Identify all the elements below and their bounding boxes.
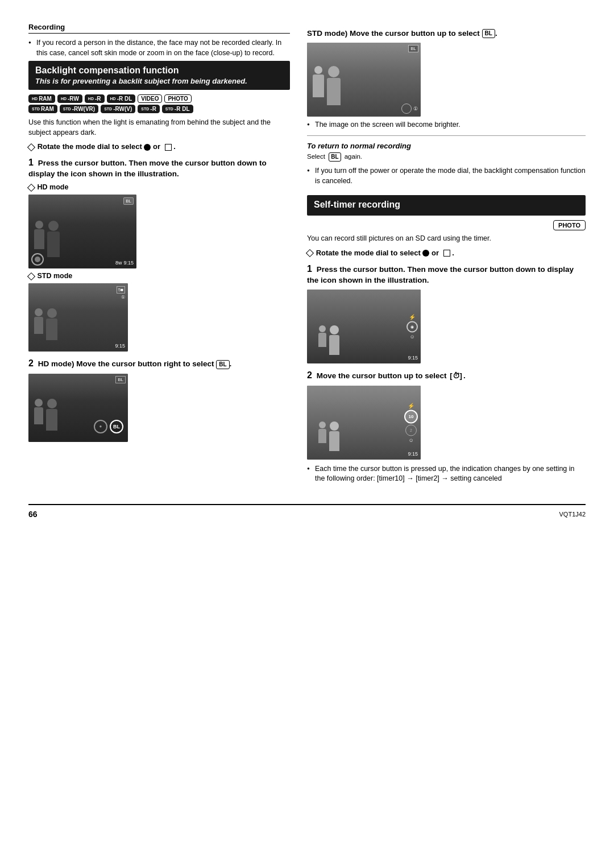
woman-body-2 [329,431,339,451]
top-right-indicator: BL [115,376,126,383]
woman-child-group-2 [318,421,339,451]
right-person-body [313,75,324,97]
power-off-bullet: If you turn off the power or operate the… [307,166,586,186]
cam-bottom-std: 9:15 [115,343,125,349]
right-top-icons: BL [408,45,418,52]
timer-circle-2: 2 [405,424,417,436]
step2-right: 2 Move the cursor button up to select [⏱… [307,369,586,382]
woman-child-group [318,325,339,355]
cursor-dot-faded: ● [99,424,102,429]
person-group-std [34,308,57,340]
child-body [318,333,326,347]
return-normal-header: To return to normal recording [307,142,586,150]
badge-std-r: STD-R [138,105,160,113]
step2-hd-scene: ● BL BL [28,374,128,442]
step1-right: 1 Press the cursor button. Then move the… [307,263,586,286]
timer-icon-step2: ⚡ [408,402,414,408]
badge-hd-ram: HDRAM [28,94,55,103]
step2-right-time: 9:15 [408,451,418,457]
std-backlight-badge: BL [482,29,495,38]
std-mode-indicator: 5■ [117,286,125,294]
cam-timer-text: 8w [115,260,122,266]
self-timer-scene1: ⚡ ◉ ☺ 9:15 [307,290,421,363]
cursor-area: ● BL [94,420,123,433]
cam-remaining: 9:15 [123,260,134,266]
media-badges-row2: STDRAM STD-RW(VR) STD-RW(V) STD-R STD-R … [28,105,290,113]
person-group-step2 [34,399,57,431]
left-column: Recording If you record a person in the … [28,23,290,487]
step2-person-body [34,407,43,424]
right-bl-icon: BL [408,45,418,52]
step2-left: 2 HD mode) Move the cursor button right … [28,357,290,370]
right-person-head [314,66,322,74]
diamond-icon [27,143,35,151]
right-person-2 [327,66,341,105]
rotate-instruction-left: Rotate the mode dial to select or . [28,142,290,151]
timer-circle-1: ◉ [406,321,418,333]
timer-changes-bullet: Each time the cursor button is pressed u… [307,464,586,484]
self-timer-step1-image: ⚡ ◉ ☺ 9:15 [307,290,421,363]
badge-video: VIDEO [138,94,162,103]
backlight-header-box: Backlight compensation function This is … [28,61,290,90]
std-info: ① [121,295,125,300]
cam-icon-backlight: BL [123,197,134,205]
std-person-body-2 [46,319,57,340]
rotate-instruction-right: Rotate the mode dial to select or . [307,249,586,257]
self-timer-step2-image: ⚡ 10 2 ☺ 9:15 [307,386,421,460]
circle-icon-left [144,144,151,151]
cursor-circle-faded: ● [94,420,107,433]
backlight-subtitle: This is for preventing a backlit subject… [35,77,283,85]
person-body [34,229,44,249]
cursor-label: BL [113,424,120,429]
badge-hd-r: HD-R [85,94,105,103]
std-person-head-2 [47,308,57,318]
square-icon-left [165,144,172,151]
step2-person-head [35,399,43,407]
step1-right-time: 9:15 [408,355,418,361]
self-timer-scene2: ⚡ 10 2 ☺ 9:15 [307,386,421,460]
recording-header: Recording [28,23,290,34]
intro-bullet-1: If you record a person in the distance, … [28,38,290,58]
child-head-2 [319,421,326,428]
diamond-icon-std [27,272,35,280]
backlight-icon-badge: BL [216,360,229,369]
timer-2-symbol: 2 [410,428,412,432]
brighter-bullet: The image on the screen will become brig… [307,120,586,130]
timer-smile: ☺ [409,334,414,340]
std-mode-image: 5■ ① 9:15 [28,283,128,352]
model-number: VQT1J42 [559,511,586,518]
self-timer-title: Self-timer recording [314,200,579,210]
self-timer-icons-step2: ⚡ 10 2 ☺ [404,402,418,443]
std-scene: 5■ ① 9:15 [28,283,128,352]
person-group-hd [34,221,60,257]
woman-head-2 [330,421,339,431]
right-menu-circle [401,104,412,114]
cam-overlay-std: 5■ ① [117,286,125,300]
timer-circle-selected: 10 [404,410,418,423]
photo-badge-container: PHOTO [307,220,586,230]
std-right-image: BL ① [307,43,421,117]
timer-10-symbol: 10 [409,414,414,419]
std-remaining: 9:15 [115,343,125,349]
media-badges-row1: HDRAM HD-RW HD-R HD-R DL VIDEO PHOTO [28,94,290,103]
photo-badge: PHOTO [553,220,586,230]
badge-photo-left: PHOTO [164,94,191,103]
std-person-head [35,308,43,316]
badge-std-ram: STDRAM [28,105,57,113]
badge-std-rwvr: STD-RW(VR) [60,105,98,113]
std-person-body [34,317,43,334]
child-person [318,325,326,355]
std-mode-step-header: STD mode) Move the cursor button up to s… [307,28,586,39]
right-column: STD mode) Move the cursor button up to s… [307,23,586,487]
return-normal-text: Select BL again. [307,152,586,162]
woman-head [330,325,339,334]
woman-person [329,325,339,355]
self-timer-intro: You can record still pictures on an SD c… [307,234,586,244]
child-head [319,325,326,332]
std-bright-scene: BL ① [307,43,421,117]
woman-body [329,335,339,355]
cam-menu-dot [35,257,40,262]
child-body-2 [318,429,326,443]
page-footer: 66 VQT1J42 [28,504,586,519]
right-person-head-2 [328,66,339,77]
